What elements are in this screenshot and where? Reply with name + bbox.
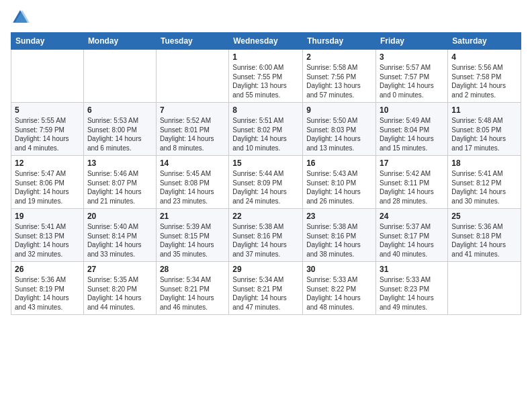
cell-day-number: 27 — [87, 265, 152, 274]
cell-day-number: 21 — [160, 212, 225, 221]
cell-info: Sunrise: 5:34 AM Sunset: 8:21 PM Dayligh… — [232, 275, 299, 312]
cell-day-number: 2 — [306, 52, 372, 62]
cell-info: Sunrise: 5:52 AM Sunset: 8:01 PM Dayligh… — [160, 116, 225, 152]
week-row-0: 1Sunrise: 6:00 AM Sunset: 7:55 PM Daylig… — [11, 50, 521, 103]
calendar-cell: 23Sunrise: 5:38 AM Sunset: 8:16 PM Dayli… — [303, 209, 376, 262]
header-cell-thursday: Thursday — [303, 33, 376, 50]
cell-day-number: 14 — [160, 158, 225, 168]
calendar-cell: 4Sunrise: 5:56 AM Sunset: 7:58 PM Daylig… — [448, 50, 521, 103]
cell-info: Sunrise: 5:42 AM Sunset: 8:11 PM Dayligh… — [380, 169, 444, 205]
week-row-4: 26Sunrise: 5:36 AM Sunset: 8:19 PM Dayli… — [11, 262, 521, 315]
calendar-table: SundayMondayTuesdayWednesdayThursdayFrid… — [11, 32, 521, 315]
calendar-cell: 18Sunrise: 5:41 AM Sunset: 8:12 PM Dayli… — [448, 156, 521, 209]
calendar-cell: 11Sunrise: 5:48 AM Sunset: 8:05 PM Dayli… — [448, 103, 521, 156]
cell-info: Sunrise: 5:37 AM Sunset: 8:17 PM Dayligh… — [380, 222, 444, 259]
calendar-cell: 28Sunrise: 5:34 AM Sunset: 8:21 PM Dayli… — [156, 262, 228, 315]
cell-info: Sunrise: 5:33 AM Sunset: 8:22 PM Dayligh… — [306, 275, 372, 312]
cell-info: Sunrise: 6:00 AM Sunset: 7:55 PM Dayligh… — [232, 63, 299, 99]
calendar-cell: 13Sunrise: 5:46 AM Sunset: 8:07 PM Dayli… — [83, 156, 156, 209]
calendar-cell: 20Sunrise: 5:40 AM Sunset: 8:14 PM Dayli… — [83, 209, 156, 262]
cell-info: Sunrise: 5:41 AM Sunset: 8:13 PM Dayligh… — [15, 222, 80, 259]
cell-info: Sunrise: 5:36 AM Sunset: 8:18 PM Dayligh… — [451, 222, 517, 259]
cell-day-number: 8 — [232, 105, 299, 115]
cell-day-number: 22 — [232, 212, 299, 221]
logo — [11, 8, 32, 27]
calendar-cell: 10Sunrise: 5:49 AM Sunset: 8:04 PM Dayli… — [376, 103, 448, 156]
calendar-cell: 14Sunrise: 5:45 AM Sunset: 8:08 PM Dayli… — [156, 156, 228, 209]
cell-day-number: 3 — [380, 52, 444, 62]
week-row-1: 5Sunrise: 5:55 AM Sunset: 7:59 PM Daylig… — [11, 103, 521, 156]
header-cell-tuesday: Tuesday — [156, 33, 228, 50]
calendar-cell: 24Sunrise: 5:37 AM Sunset: 8:17 PM Dayli… — [376, 209, 448, 262]
cell-day-number: 23 — [306, 212, 372, 221]
cell-info: Sunrise: 5:35 AM Sunset: 8:20 PM Dayligh… — [87, 275, 152, 312]
cell-info: Sunrise: 5:46 AM Sunset: 8:07 PM Dayligh… — [87, 169, 152, 205]
cell-info: Sunrise: 5:48 AM Sunset: 8:05 PM Dayligh… — [451, 116, 517, 152]
calendar-cell — [83, 50, 156, 103]
cell-day-number: 18 — [451, 158, 517, 168]
cell-day-number: 15 — [232, 158, 299, 168]
cell-day-number: 30 — [306, 265, 372, 274]
calendar-cell: 27Sunrise: 5:35 AM Sunset: 8:20 PM Dayli… — [83, 262, 156, 315]
calendar-cell: 5Sunrise: 5:55 AM Sunset: 7:59 PM Daylig… — [11, 103, 84, 156]
cell-day-number: 25 — [451, 212, 517, 221]
cell-day-number: 5 — [15, 105, 80, 115]
cell-day-number: 31 — [380, 265, 444, 274]
calendar-cell — [156, 50, 228, 103]
header-cell-friday: Friday — [376, 33, 448, 50]
cell-day-number: 16 — [306, 158, 372, 168]
cell-info: Sunrise: 5:45 AM Sunset: 8:08 PM Dayligh… — [160, 169, 225, 205]
calendar-cell — [448, 262, 521, 315]
cell-day-number: 20 — [87, 212, 152, 221]
cell-day-number: 24 — [380, 212, 444, 221]
cell-info: Sunrise: 5:55 AM Sunset: 7:59 PM Dayligh… — [15, 116, 80, 152]
calendar-cell: 1Sunrise: 6:00 AM Sunset: 7:55 PM Daylig… — [229, 50, 303, 103]
cell-info: Sunrise: 5:43 AM Sunset: 8:10 PM Dayligh… — [306, 169, 372, 205]
cell-day-number: 17 — [380, 158, 444, 168]
cell-day-number: 12 — [15, 158, 80, 168]
calendar-cell: 15Sunrise: 5:44 AM Sunset: 8:09 PM Dayli… — [229, 156, 303, 209]
calendar-cell: 31Sunrise: 5:33 AM Sunset: 8:23 PM Dayli… — [376, 262, 448, 315]
calendar-cell: 6Sunrise: 5:53 AM Sunset: 8:00 PM Daylig… — [83, 103, 156, 156]
cell-day-number: 9 — [306, 105, 372, 115]
cell-info: Sunrise: 5:39 AM Sunset: 8:15 PM Dayligh… — [160, 222, 225, 259]
calendar-cell: 30Sunrise: 5:33 AM Sunset: 8:22 PM Dayli… — [303, 262, 376, 315]
cell-info: Sunrise: 5:33 AM Sunset: 8:23 PM Dayligh… — [380, 275, 444, 312]
calendar-cell: 3Sunrise: 5:57 AM Sunset: 7:57 PM Daylig… — [376, 50, 448, 103]
cell-day-number: 11 — [451, 105, 517, 115]
cell-info: Sunrise: 5:49 AM Sunset: 8:04 PM Dayligh… — [380, 116, 444, 152]
week-row-3: 19Sunrise: 5:41 AM Sunset: 8:13 PM Dayli… — [11, 209, 521, 262]
cell-info: Sunrise: 5:58 AM Sunset: 7:56 PM Dayligh… — [306, 63, 372, 99]
cell-info: Sunrise: 5:57 AM Sunset: 7:57 PM Dayligh… — [380, 63, 444, 99]
cell-day-number: 6 — [87, 105, 152, 115]
calendar-cell: 19Sunrise: 5:41 AM Sunset: 8:13 PM Dayli… — [11, 209, 84, 262]
cell-day-number: 28 — [160, 265, 225, 274]
calendar-cell: 26Sunrise: 5:36 AM Sunset: 8:19 PM Dayli… — [11, 262, 84, 315]
header-cell-monday: Monday — [83, 33, 156, 50]
cell-info: Sunrise: 5:36 AM Sunset: 8:19 PM Dayligh… — [15, 275, 80, 312]
cell-info: Sunrise: 5:44 AM Sunset: 8:09 PM Dayligh… — [232, 169, 299, 205]
cell-day-number: 19 — [15, 212, 80, 221]
cell-day-number: 29 — [232, 265, 299, 274]
cell-info: Sunrise: 5:38 AM Sunset: 8:16 PM Dayligh… — [306, 222, 372, 259]
calendar-cell: 16Sunrise: 5:43 AM Sunset: 8:10 PM Dayli… — [303, 156, 376, 209]
calendar-cell: 29Sunrise: 5:34 AM Sunset: 8:21 PM Dayli… — [229, 262, 303, 315]
calendar-cell: 8Sunrise: 5:51 AM Sunset: 8:02 PM Daylig… — [229, 103, 303, 156]
cell-info: Sunrise: 5:47 AM Sunset: 8:06 PM Dayligh… — [15, 169, 80, 205]
cell-info: Sunrise: 5:40 AM Sunset: 8:14 PM Dayligh… — [87, 222, 152, 259]
cell-info: Sunrise: 5:38 AM Sunset: 8:16 PM Dayligh… — [232, 222, 299, 259]
cell-day-number: 10 — [380, 105, 444, 115]
calendar-cell: 7Sunrise: 5:52 AM Sunset: 8:01 PM Daylig… — [156, 103, 228, 156]
calendar-cell: 22Sunrise: 5:38 AM Sunset: 8:16 PM Dayli… — [229, 209, 303, 262]
header-cell-saturday: Saturday — [448, 33, 521, 50]
cell-day-number: 7 — [160, 105, 225, 115]
calendar-cell: 12Sunrise: 5:47 AM Sunset: 8:06 PM Dayli… — [11, 156, 84, 209]
calendar-cell — [11, 50, 84, 103]
cell-day-number: 4 — [451, 52, 517, 62]
page: SundayMondayTuesdayWednesdayThursdayFrid… — [0, 0, 532, 320]
header — [11, 8, 521, 27]
calendar-cell: 25Sunrise: 5:36 AM Sunset: 8:18 PM Dayli… — [448, 209, 521, 262]
calendar-cell: 17Sunrise: 5:42 AM Sunset: 8:11 PM Dayli… — [376, 156, 448, 209]
header-row: SundayMondayTuesdayWednesdayThursdayFrid… — [11, 33, 521, 50]
calendar-cell: 9Sunrise: 5:50 AM Sunset: 8:03 PM Daylig… — [303, 103, 376, 156]
